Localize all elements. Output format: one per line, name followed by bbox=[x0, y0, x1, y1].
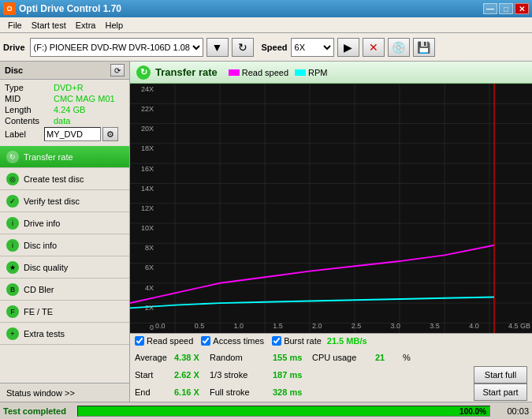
nav-drive-info[interactable]: i Drive info bbox=[0, 212, 129, 234]
y-label-2: 2X bbox=[130, 304, 154, 312]
right-content: ↻ Transfer rate Read speed RPM bbox=[130, 62, 532, 402]
progress-bar-container: 100.0% bbox=[77, 406, 490, 417]
toolbar: Drive (F:) PIONEER DVD-RW DVR-106D 1.08 … bbox=[0, 33, 532, 62]
nav-verify-test-disc[interactable]: ✓ Verify test disc bbox=[0, 190, 129, 212]
status-window-label: Status window >> bbox=[6, 388, 75, 398]
disc-label-input[interactable] bbox=[44, 127, 101, 141]
disc-refresh-btn[interactable]: ⟳ bbox=[110, 64, 125, 77]
status-window-button[interactable]: Status window >> bbox=[0, 383, 129, 402]
nav-label-create-test-disc: Create test disc bbox=[24, 174, 84, 184]
disc-contents-value: data bbox=[54, 116, 70, 125]
nav-icon-disc-quality: ★ bbox=[6, 261, 19, 274]
stats-row-1: Average 4.38 X Random 155 ms CPU usage 2… bbox=[135, 350, 527, 365]
nav-label-disc-info: Disc info bbox=[24, 241, 57, 250]
nav-icon-disc-info: i bbox=[6, 239, 19, 252]
menu-help[interactable]: Help bbox=[100, 19, 128, 32]
nav-label-extra-tests: Extra tests bbox=[24, 329, 65, 339]
sidebar: Disc ⟳ Type DVD+R MID CMC MAG M01 Length… bbox=[0, 62, 130, 402]
chart-title: Transfer rate bbox=[155, 66, 218, 78]
nav-label-drive-info: Drive info bbox=[24, 219, 60, 228]
checkbox-read-speed[interactable] bbox=[135, 336, 144, 346]
drive-arrow-btn[interactable]: ▼ bbox=[206, 38, 229, 57]
nav-extra-tests[interactable]: + Extra tests bbox=[0, 323, 129, 345]
y-label-8: 8X bbox=[130, 244, 154, 252]
disc-label-label: Label bbox=[5, 129, 44, 139]
speed-label: Speed bbox=[262, 43, 288, 52]
speed-select[interactable]: 6X 1X2X4X8XMax bbox=[291, 38, 334, 57]
random-label: Random bbox=[210, 353, 273, 362]
window-title: Opti Drive Control 1.70 bbox=[19, 3, 121, 14]
nav-disc-info[interactable]: i Disc info bbox=[0, 234, 129, 256]
y-label-10: 10X bbox=[130, 224, 154, 232]
nav-fe-te[interactable]: F FE / TE bbox=[0, 301, 129, 323]
nav-disc-quality[interactable]: ★ Disc quality bbox=[0, 256, 129, 279]
start-full-button[interactable]: Start full bbox=[474, 366, 527, 383]
nav-icon-transfer-rate: ↻ bbox=[6, 151, 19, 163]
disc-label-edit-btn[interactable]: ⚙ bbox=[102, 127, 118, 141]
stats-area: Average 4.38 X Random 155 ms CPU usage 2… bbox=[130, 348, 532, 402]
disc-mid-label: MID bbox=[5, 94, 54, 103]
legend-color-read-speed bbox=[229, 69, 240, 76]
y-label-16: 16X bbox=[130, 165, 154, 173]
stroke2-value: 328 ms bbox=[273, 387, 312, 397]
cpu-value: 21 bbox=[375, 353, 403, 362]
nav-icon-verify-test-disc: ✓ bbox=[6, 195, 19, 208]
nav-label-verify-test-disc: Verify test disc bbox=[24, 196, 80, 206]
end-value: 6.16 X bbox=[174, 387, 210, 397]
legend-rpm: RPM bbox=[295, 68, 327, 77]
disc-header: Disc ⟳ bbox=[0, 62, 129, 80]
app-icon: O bbox=[3, 2, 16, 15]
start-part-button[interactable]: Start part bbox=[474, 383, 527, 401]
menu-extra[interactable]: Extra bbox=[71, 19, 101, 32]
disc-mid-value: CMC MAG M01 bbox=[54, 94, 115, 103]
speed-go-btn[interactable]: ▶ bbox=[337, 38, 359, 57]
burst-rate-value: 21.5 MB/s bbox=[327, 336, 367, 346]
y-label-22: 22X bbox=[130, 105, 154, 113]
x-label-3: 3.0 bbox=[391, 322, 401, 333]
minimize-button[interactable]: — bbox=[483, 3, 497, 14]
chart-title-icon: ↻ bbox=[136, 65, 151, 80]
disc-btn[interactable]: 💿 bbox=[388, 38, 410, 57]
time-display: 00:03 bbox=[493, 406, 529, 416]
nav-icon-create-test-disc: ◎ bbox=[6, 173, 19, 185]
x-label-2: 2.0 bbox=[312, 322, 322, 333]
stroke2-label: Full stroke bbox=[210, 387, 273, 397]
checkbox-burst-rate[interactable] bbox=[272, 336, 281, 346]
average-value: 4.38 X bbox=[174, 353, 210, 362]
average-label: Average bbox=[135, 353, 174, 362]
chart-svg bbox=[130, 84, 532, 333]
menu-file[interactable]: File bbox=[3, 19, 27, 32]
check-access-times: Access times bbox=[201, 336, 264, 346]
x-label-15: 1.5 bbox=[273, 322, 283, 333]
chart-area: 24X 22X 20X 18X 16X 14X 12X 10X 8X 6X 4X… bbox=[130, 84, 532, 333]
nav-transfer-rate[interactable]: ↻ Transfer rate bbox=[0, 146, 129, 168]
disc-type-label: Type bbox=[5, 83, 54, 92]
chart-header: ↻ Transfer rate Read speed RPM bbox=[130, 62, 532, 84]
drive-action-btn[interactable]: ↻ bbox=[232, 38, 254, 57]
title-bar: O Opti Drive Control 1.70 — □ ✕ bbox=[0, 0, 532, 17]
close-button[interactable]: ✕ bbox=[515, 3, 529, 14]
stats-row-2: Start 2.62 X 1/3 stroke 187 ms Start ful… bbox=[135, 367, 527, 383]
menu-start-test[interactable]: Start test bbox=[27, 19, 71, 32]
nav-icon-fe-te: F bbox=[6, 305, 19, 318]
end-label: End bbox=[135, 387, 174, 397]
nav-label-fe-te: FE / TE bbox=[24, 307, 53, 316]
save-btn[interactable]: 💾 bbox=[413, 38, 435, 57]
maximize-button[interactable]: □ bbox=[499, 3, 513, 14]
checkbox-access-times[interactable] bbox=[201, 336, 210, 346]
check-burst-rate: Burst rate 21.5 MB/s bbox=[272, 336, 366, 346]
nav-create-test-disc[interactable]: ◎ Create test disc bbox=[0, 168, 129, 190]
x-label-35: 3.5 bbox=[430, 322, 440, 333]
check-label-access-times: Access times bbox=[213, 336, 264, 346]
cpu-unit: % bbox=[403, 353, 411, 362]
drive-select[interactable]: (F:) PIONEER DVD-RW DVR-106D 1.08 bbox=[30, 38, 203, 57]
x-label-45: 4.5 GB bbox=[508, 322, 530, 333]
nav-cd-bler[interactable]: B CD Bler bbox=[0, 279, 129, 301]
start-label: Start bbox=[135, 370, 174, 380]
start-value: 2.62 X bbox=[174, 370, 210, 380]
x-label-4: 4.0 bbox=[469, 322, 479, 333]
main-area: Disc ⟳ Type DVD+R MID CMC MAG M01 Length… bbox=[0, 62, 532, 402]
erase-btn[interactable]: ✕ bbox=[363, 38, 385, 57]
y-label-18: 18X bbox=[130, 144, 154, 152]
y-label-20: 20X bbox=[130, 125, 154, 133]
